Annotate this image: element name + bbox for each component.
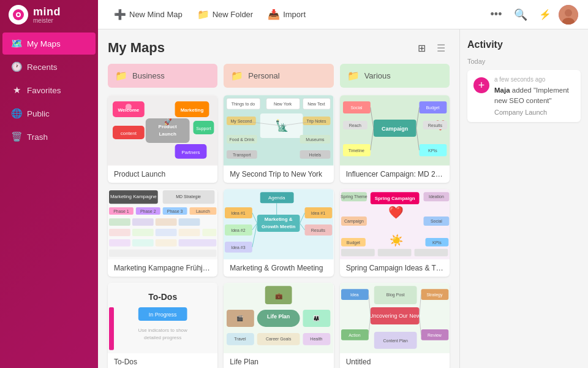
map-card-todos[interactable]: To-Dos In Progress Use indicators to sho…: [108, 283, 217, 368]
svg-text:Use indicators to show: Use indicators to show: [138, 328, 187, 333]
svg-text:Things to do: Things to do: [232, 102, 255, 107]
logo-text: mind: [33, 6, 61, 18]
app-logo: mind meister: [0, 0, 98, 29]
svg-text:☀️: ☀️: [389, 234, 403, 247]
activity-add-button[interactable]: +: [473, 77, 489, 93]
svg-text:Campaign: Campaign: [382, 126, 408, 132]
folder-personal[interactable]: 📁 Personal: [224, 64, 333, 88]
svg-text:Ideation: Ideation: [429, 194, 444, 199]
svg-rect-78: [109, 218, 130, 226]
svg-text:Social: Social: [431, 219, 442, 223]
map-card-product-launch[interactable]: Welcome Marketing content Product Launch: [108, 95, 217, 183]
map-card-marketing-k[interactable]: Marketing Kampagne MD Strategie Phase 1 …: [108, 189, 217, 277]
svg-text:Campaign: Campaign: [344, 219, 364, 224]
activity-user: Maja: [494, 86, 510, 94]
activity-panel: Activity Today + a few seconds ago Maja …: [459, 29, 588, 368]
svg-text:Idea #1: Idea #1: [311, 211, 325, 215]
svg-rect-133: [414, 249, 448, 256]
activity-action: added: [512, 86, 532, 94]
user-avatar[interactable]: [559, 5, 578, 25]
svg-text:My Second: My Second: [231, 119, 252, 124]
new-mind-map-button[interactable]: ➕ New Mind Map: [108, 5, 189, 24]
svg-text:KPIs: KPIs: [432, 240, 442, 245]
map-thumbnail: Spring Campaign ❤️ Spring Theme Ideation…: [340, 189, 450, 259]
map-card-spring[interactable]: Spring Campaign ❤️ Spring Theme Ideation…: [340, 189, 450, 277]
sidebar: mind meister 🗺️ My Maps 🕐 Recents ★ Favo…: [0, 0, 98, 368]
svg-text:Life Plan: Life Plan: [267, 313, 290, 320]
svg-text:Support: Support: [196, 126, 211, 131]
map-card-label: My Second Trip to New York: [224, 166, 333, 183]
activity-pulse-button[interactable]: ⚡: [534, 4, 556, 26]
page-title: My Maps: [108, 40, 413, 56]
svg-text:content: content: [121, 131, 137, 136]
svg-rect-90: [179, 239, 217, 247]
more-options-button[interactable]: •••: [485, 4, 507, 26]
map-card-growth-meeting[interactable]: Agenda Marketing & Growth Meetin Idea #1…: [224, 189, 333, 277]
sidebar-item-trash[interactable]: 🗑️ Trash: [2, 126, 96, 148]
svg-text:In Progress: In Progress: [149, 312, 177, 318]
activity-item: + a few seconds ago Maja added "Implemen…: [467, 70, 581, 122]
folder-various[interactable]: 📁 Various: [340, 64, 450, 88]
import-button[interactable]: 📥 Import: [262, 5, 312, 24]
toolbar: ➕ New Mind Map 📁 New Folder 📥 Import •••…: [98, 0, 588, 29]
sidebar-item-my-maps[interactable]: 🗺️ My Maps: [2, 33, 96, 55]
list-view-button[interactable]: ☰: [432, 39, 450, 56]
svg-text:Growth Meetin: Growth Meetin: [262, 224, 295, 229]
logo-sub: meister: [33, 17, 61, 24]
svg-point-2: [17, 13, 20, 16]
svg-rect-81: [179, 218, 200, 226]
svg-text:Budget: Budget: [426, 105, 439, 110]
new-folder-button[interactable]: 📁 New Folder: [191, 5, 259, 24]
folder-business[interactable]: 📁 Business: [108, 64, 217, 88]
folder-icon: 📁: [347, 70, 360, 82]
map-card-influencer[interactable]: Campaign Social Budget Timeline KPIs: [340, 95, 450, 183]
svg-rect-82: [109, 229, 130, 236]
svg-text:Idea #3: Idea #3: [232, 245, 246, 250]
sidebar-item-favorites[interactable]: ★ Favorites: [2, 79, 96, 101]
favorites-icon: ★: [11, 85, 22, 96]
svg-text:Results: Results: [311, 228, 326, 232]
svg-text:Action: Action: [349, 333, 360, 337]
trash-icon: 🗑️: [11, 131, 22, 142]
sidebar-item-recents[interactable]: 🕐 Recents: [2, 56, 96, 78]
map-card-newyork[interactable]: Things to do New York New Text 🗽 My Seco…: [224, 95, 333, 183]
map-card-label: Influencer Campaign: MD 2018: [340, 166, 450, 183]
map-card-label: Marketing Kampagne Frühjahr 20...: [108, 259, 217, 277]
activity-ref: Company Launch: [494, 109, 575, 116]
map-thumbnail: Agenda Marketing & Growth Meetin Idea #1…: [224, 189, 333, 259]
svg-text:Health: Health: [311, 337, 323, 341]
activity-text: Maja added "Implement new SEO content": [494, 85, 575, 107]
sidebar-item-public[interactable]: 🌐 Public: [2, 102, 96, 125]
maps-panel: My Maps ⊞ ☰ 📁 Business 📁 Personal 📁: [98, 29, 459, 368]
import-icon: 📥: [268, 9, 280, 20]
maps-header: My Maps ⊞ ☰: [108, 39, 450, 56]
map-thumbnail: Welcome Marketing content Product Launch: [108, 95, 217, 166]
svg-rect-140: [109, 307, 114, 350]
svg-text:Timeline: Timeline: [349, 148, 364, 153]
sidebar-item-label: Public: [27, 109, 50, 118]
recents-icon: 🕐: [11, 61, 22, 72]
grid-view-button[interactable]: ⊞: [413, 39, 430, 56]
search-button[interactable]: 🔍: [510, 4, 532, 26]
svg-rect-87: [109, 239, 130, 247]
svg-text:MD Strategie: MD Strategie: [176, 194, 201, 199]
more-icon: •••: [491, 8, 502, 21]
sidebar-item-label: Recents: [27, 63, 58, 72]
svg-text:To-Dos: To-Dos: [148, 292, 177, 302]
svg-text:Spring Theme: Spring Theme: [341, 194, 368, 199]
svg-text:Blog Post: Blog Post: [386, 293, 404, 297]
svg-text:🚀: 🚀: [164, 118, 172, 126]
svg-text:Idea #1: Idea #1: [232, 211, 246, 215]
svg-text:Transport: Transport: [233, 153, 251, 158]
map-thumbnail: 💼 Life Plan 👨‍👩‍👧 🎬: [224, 283, 333, 353]
svg-text:Budget: Budget: [347, 240, 360, 245]
map-card-lifeplan[interactable]: 💼 Life Plan 👨‍👩‍👧 🎬: [224, 283, 333, 368]
map-card-untitled[interactable]: Uncovering Our New Idea Strategy Action …: [340, 283, 450, 368]
svg-text:Idea: Idea: [350, 293, 359, 297]
map-card-label: To-Dos: [108, 353, 217, 368]
map-thumbnail: Uncovering Our New Idea Strategy Action …: [340, 283, 450, 353]
svg-rect-80: [156, 218, 177, 226]
activity-date: Today: [467, 58, 581, 65]
svg-text:Social: Social: [350, 105, 362, 110]
content-area: My Maps ⊞ ☰ 📁 Business 📁 Personal 📁: [98, 29, 588, 368]
